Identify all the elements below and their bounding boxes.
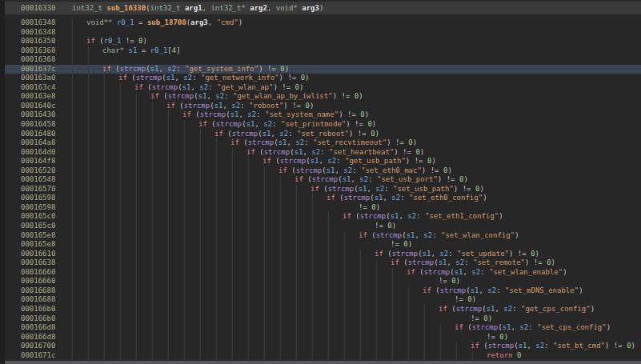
variable-token[interactable]: s1 xyxy=(310,157,319,165)
code-text[interactable]: char* s1 = r0_1[4] xyxy=(102,46,181,56)
address[interactable]: 000164d0 xyxy=(21,148,55,158)
keyword-token[interactable]: if xyxy=(343,212,351,220)
import-function-token[interactable]: strcmp xyxy=(168,92,194,100)
code-text[interactable]: != 0) xyxy=(471,314,492,324)
string-token[interactable]: "get_cps_config" xyxy=(521,305,591,313)
import-function-token[interactable]: strcmp xyxy=(424,268,451,276)
code-text[interactable]: if (strcmp(s1, s2: "get_wlan_ap") != 0) xyxy=(134,83,303,93)
variable-token[interactable]: s2 xyxy=(423,231,432,239)
address[interactable]: 000165c0 xyxy=(21,212,55,222)
variable-token[interactable]: r0_1 xyxy=(117,18,134,26)
variable-token[interactable]: s1 xyxy=(391,212,399,220)
variable-token[interactable]: s1 xyxy=(375,194,383,202)
address[interactable]: 0001640c xyxy=(21,102,55,111)
variable-token[interactable]: s1 xyxy=(214,102,223,110)
keyword-token[interactable]: if xyxy=(150,92,159,100)
variable-token[interactable]: s2 xyxy=(471,268,480,276)
variable-token[interactable]: s2 xyxy=(199,83,208,91)
code-text[interactable]: if (strcmp(s1, s2: "set_reboot") != 0) xyxy=(214,130,379,139)
address[interactable]: 00016688 xyxy=(21,286,55,296)
address[interactable]: 00016350 xyxy=(21,37,55,46)
import-function-token[interactable]: strcmp xyxy=(440,286,467,294)
variable-token[interactable]: s2 xyxy=(375,185,384,193)
code-line[interactable]: 0001640cif (strcmp(s1, s2: "reboot") != … xyxy=(5,102,641,111)
variable-token[interactable]: s1 xyxy=(166,74,175,82)
keyword-token[interactable]: if xyxy=(262,157,271,165)
code-text[interactable]: if (strcmp(s1, s2: "set_remote") != 0) xyxy=(391,258,555,268)
string-token[interactable]: "get_wlan_ap_by_iwlist" xyxy=(233,92,333,100)
keyword-token[interactable]: if xyxy=(86,37,95,45)
variable-token[interactable]: s2 xyxy=(215,92,224,100)
import-function-token[interactable]: strcmp xyxy=(248,138,274,146)
variable-token[interactable]: s1 xyxy=(129,46,138,54)
address[interactable]: 000163a0 xyxy=(21,74,55,83)
address[interactable]: 00016610 xyxy=(21,250,55,259)
keyword-token[interactable]: if xyxy=(214,130,223,138)
code-line[interactable]: 000163a0if (strcmp(s1, s2: "get_network_… xyxy=(5,74,641,83)
variable-token[interactable]: s1 xyxy=(439,258,447,266)
variable-token[interactable]: s2 xyxy=(183,74,192,82)
code-text[interactable]: != 0) xyxy=(439,277,460,286)
code-line[interactable]: 00016548if (strcmp(s1, s2: "set_usb_port… xyxy=(5,175,641,185)
code-line[interactable]: 00016660if (strcmp(s1, s2: "set_wlan_ena… xyxy=(5,268,641,278)
address[interactable]: 000164f8 xyxy=(21,157,55,166)
code-line[interactable]: 00016348void** r0_1 = sub_18700(arg3, "c… xyxy=(5,18,641,28)
variable-token[interactable]: s2 xyxy=(343,166,352,174)
address[interactable]: 00016660 xyxy=(21,277,55,286)
code-line[interactable]: 000163c4if (strcmp(s1, s2: "get_wlan_ap"… xyxy=(5,83,641,93)
keyword-token[interactable]: if xyxy=(102,65,111,73)
code-line[interactable]: 00016700if (strcmp(s1, s2: "set_bt_cmd")… xyxy=(5,342,641,351)
variable-token[interactable]: s1 xyxy=(278,138,287,146)
address[interactable]: 00016598 xyxy=(21,203,55,213)
address[interactable]: 000164a8 xyxy=(21,138,55,148)
keyword-token[interactable]: if xyxy=(246,148,255,156)
import-function-token[interactable]: strcmp xyxy=(360,212,387,220)
address[interactable]: 00016368 xyxy=(21,46,55,56)
string-token[interactable]: "set_eth1_config" xyxy=(425,212,499,220)
address[interactable]: 00016548 xyxy=(21,175,55,185)
code-text[interactable]: if (strcmp(s1, s2: "set_recvtimeout") !=… xyxy=(230,138,417,148)
code-line[interactable]: 000163e8if (strcmp(s1, s2: "get_wlan_ap_… xyxy=(5,92,641,102)
variable-token[interactable]: s1 xyxy=(407,231,415,239)
variable-token[interactable]: s2 xyxy=(327,157,336,165)
variable-token[interactable]: s1 xyxy=(343,175,351,183)
address[interactable]: 00016598 xyxy=(21,194,55,203)
import-function-token[interactable]: strcmp xyxy=(232,130,258,138)
code-text[interactable]: if (strcmp(s1, s2: "set_usb_path") != 0) xyxy=(310,185,484,194)
variable-token[interactable]: s2 xyxy=(407,212,416,220)
import-function-token[interactable]: strcmp xyxy=(216,120,242,128)
variable-token[interactable]: s2 xyxy=(295,138,304,146)
import-function-token[interactable]: strcmp xyxy=(392,250,419,258)
address[interactable]: 00016348 xyxy=(21,28,55,38)
argument-token[interactable]: arg1 xyxy=(185,4,202,12)
variable-token[interactable]: s2 xyxy=(279,130,288,138)
code-line[interactable]: 00016688!= 0) xyxy=(5,295,641,305)
keyword-token[interactable]: return xyxy=(487,351,513,359)
type-token[interactable]: char* xyxy=(102,46,124,54)
code-text[interactable]: if (strcmp(s1, s2: "get_system_info") !=… xyxy=(102,65,289,74)
code-line[interactable]: 000166b0!= 0) xyxy=(5,314,641,324)
string-token[interactable]: "get_network_info" xyxy=(201,74,279,82)
code-line[interactable]: 00016598!= 0) xyxy=(5,203,641,213)
address[interactable]: 000163c4 xyxy=(21,83,55,93)
keyword-token[interactable]: if xyxy=(439,305,447,313)
address[interactable]: 000166b0 xyxy=(21,305,55,314)
number-token[interactable]: 0 xyxy=(517,351,521,359)
string-token[interactable]: "get_usb_path" xyxy=(345,157,406,165)
import-function-token[interactable]: strcmp xyxy=(184,102,210,110)
code-line[interactable]: 000164d0if (strcmp(s1, s2: "set_heartbea… xyxy=(5,148,641,158)
keyword-token[interactable]: if xyxy=(455,323,463,331)
code-text[interactable]: != 0) xyxy=(359,203,380,213)
code-text[interactable]: if (strcmp(s1, s2: "set_heartbeat") != 0… xyxy=(246,148,424,158)
code-line[interactable]: 000164f8if (strcmp(s1, s2: "get_usb_path… xyxy=(5,157,641,166)
address[interactable]: 00016520 xyxy=(21,166,55,176)
code-line[interactable]: 000166b0if (strcmp(s1, s2: "get_cps_conf… xyxy=(5,305,641,314)
variable-token[interactable]: s2 xyxy=(231,102,240,110)
code-line[interactable]: 000165e8if (strcmp(s1, s2: "set_wlan_con… xyxy=(5,231,641,241)
import-function-token[interactable]: strcmp xyxy=(120,65,146,73)
code-text[interactable]: if (strcmp(s1, s2: "reboot") != 0) xyxy=(166,102,314,111)
string-token[interactable]: "set_remote" xyxy=(473,258,525,266)
variable-token[interactable]: s2 xyxy=(247,110,256,118)
address[interactable]: 0001671c xyxy=(21,351,55,361)
variable-token[interactable]: s2 xyxy=(263,120,272,128)
